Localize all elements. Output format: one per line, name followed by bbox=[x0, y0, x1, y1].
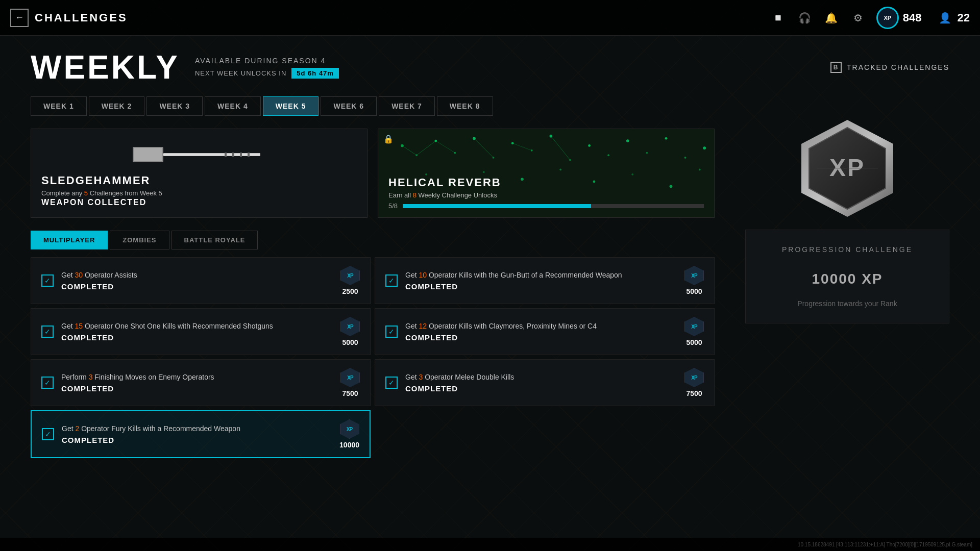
challenge-xp: XP 10000 bbox=[339, 419, 359, 449]
progress-row: 5/8 bbox=[388, 202, 704, 210]
tracked-label: TRACKED CHALLENGES bbox=[847, 63, 949, 71]
tracked-challenges-button[interactable]: B TRACKED CHALLENGES bbox=[830, 62, 949, 73]
xp-badge: XP 848 bbox=[876, 7, 922, 29]
tab-week2[interactable]: WEEK 2 bbox=[89, 96, 145, 116]
tab-week3[interactable]: WEEK 3 bbox=[146, 96, 203, 116]
tab-zombies[interactable]: ZOMBIES bbox=[110, 231, 169, 249]
svg-line-27 bbox=[436, 141, 455, 153]
progression-panel: PROGRESSION CHALLENGE 10000 XP Progressi… bbox=[745, 230, 949, 323]
weapon-card: SLEDGEHAMMER Complete any 5 Challenges f… bbox=[31, 129, 368, 218]
challenge-info: Get 30 Operator Assists COMPLETED bbox=[61, 270, 333, 290]
challenge-info: Get 2 Operator Fury Kills with a Recomme… bbox=[62, 424, 332, 444]
svg-text:XP: XP bbox=[829, 154, 865, 181]
level-num: 22 bbox=[958, 11, 970, 24]
challenge-task: Get 10 Operator Kills with the Gun-Butt … bbox=[405, 270, 677, 280]
topbar-right: ◽ 🎧 🔔 ⚙ XP 848 👤 22 bbox=[770, 7, 970, 29]
challenge-task: Perform 3 Finishing Moves on Enemy Opera… bbox=[61, 372, 333, 382]
challenge-task: Get 12 Operator Kills with Claymores, Pr… bbox=[405, 321, 677, 331]
challenge-check-icon: ✓ bbox=[41, 274, 54, 287]
svg-line-26 bbox=[416, 141, 436, 155]
progression-desc: Progression towards your Rank bbox=[761, 299, 934, 308]
xp-count: 848 bbox=[903, 11, 922, 24]
svg-point-39 bbox=[699, 169, 701, 171]
tab-week6[interactable]: WEEK 6 bbox=[321, 96, 377, 116]
challenge-xp: XP 7500 bbox=[684, 368, 704, 397]
svg-point-37 bbox=[631, 173, 633, 176]
settings-icon[interactable]: ⚙ bbox=[850, 10, 866, 26]
challenge-status: COMPLETED bbox=[61, 333, 333, 342]
back-arrow-icon: ← bbox=[10, 9, 29, 27]
headset-icon[interactable]: 🎧 bbox=[797, 10, 813, 26]
status-bar: 10.15.18628491 [43:113:11231:+11:A] Tho[… bbox=[0, 538, 980, 551]
challenge-check-icon: ✓ bbox=[41, 325, 54, 338]
progress-fill bbox=[403, 204, 591, 208]
tab-week4[interactable]: WEEK 4 bbox=[205, 96, 261, 116]
available-text: AVAILABLE DURING SEASON 4 bbox=[195, 57, 339, 65]
challenge-check-icon: ✓ bbox=[385, 377, 398, 389]
hex-svg: XP bbox=[796, 117, 898, 219]
xp-icon: XP bbox=[340, 317, 360, 336]
svg-line-25 bbox=[402, 145, 416, 155]
challenge-info: Perform 3 Finishing Moves on Enemy Opera… bbox=[61, 372, 333, 392]
challenge-info: Get 10 Operator Kills with the Gun-Butt … bbox=[405, 270, 677, 290]
svg-rect-3 bbox=[163, 154, 260, 156]
tab-battle-royale[interactable]: BATTLE ROYALE bbox=[172, 231, 258, 249]
challenge-check-icon: ✓ bbox=[41, 377, 54, 389]
bell-icon[interactable]: 🔔 bbox=[823, 10, 840, 26]
svg-rect-4 bbox=[225, 153, 227, 157]
season-info: AVAILABLE DURING SEASON 4 NEXT WEEK UNLO… bbox=[195, 57, 339, 79]
challenge-status: COMPLETED bbox=[62, 436, 332, 444]
next-week-label: NEXT WEEK UNLOCKS IN bbox=[195, 69, 286, 77]
svg-point-24 bbox=[703, 146, 706, 149]
hex-container: XP bbox=[796, 117, 898, 219]
tab-week7[interactable]: WEEK 7 bbox=[379, 96, 435, 116]
challenge-status: COMPLETED bbox=[61, 282, 333, 291]
xp-amount: 5000 bbox=[686, 287, 702, 295]
svg-point-14 bbox=[511, 142, 514, 144]
xp-amount: 10000 bbox=[339, 441, 359, 449]
next-week-row: NEXT WEEK UNLOCKS IN 5d 6h 47m bbox=[195, 68, 339, 79]
xp-circle: XP bbox=[876, 7, 899, 29]
helical-name: HELICAL REVERB bbox=[388, 176, 704, 189]
xp-icon: XP bbox=[340, 419, 359, 439]
right-panel: XP PROGRESSION CHALLENGE 10000 XP Progre… bbox=[745, 117, 949, 323]
xp-icon: XP bbox=[340, 266, 360, 285]
tracked-key: B bbox=[830, 62, 842, 73]
challenge-task: Get 3 Operator Melee Double Kills bbox=[405, 372, 677, 382]
challenge-item: ✓ Get 12 Operator Kills with Claymores, … bbox=[375, 308, 715, 355]
challenge-item-highlighted: ✓ Get 2 Operator Fury Kills with a Recom… bbox=[31, 410, 371, 458]
challenge-check-icon: ✓ bbox=[42, 428, 54, 440]
xp-icon: XP bbox=[684, 317, 704, 336]
challenge-item: ✓ Get 30 Operator Assists COMPLETED XP 2… bbox=[31, 257, 371, 304]
sledgehammer-svg bbox=[133, 142, 265, 167]
tab-week8[interactable]: WEEK 8 bbox=[437, 96, 493, 116]
svg-point-21 bbox=[646, 152, 648, 154]
svg-point-22 bbox=[665, 137, 668, 140]
tab-week1[interactable]: WEEK 1 bbox=[31, 96, 87, 116]
xp-amount: 5000 bbox=[686, 338, 702, 346]
cards-row: SLEDGEHAMMER Complete any 5 Challenges f… bbox=[31, 129, 715, 218]
challenge-info: Get 12 Operator Kills with Claymores, Pr… bbox=[405, 321, 677, 341]
mode-tabs: MULTIPLAYER ZOMBIES BATTLE ROYALE bbox=[31, 231, 715, 249]
svg-point-23 bbox=[684, 157, 687, 159]
svg-point-33 bbox=[483, 171, 485, 173]
xp-icon: XP bbox=[684, 266, 704, 285]
tab-multiplayer[interactable]: MULTIPLAYER bbox=[31, 231, 108, 249]
level-badge: 👤 22 bbox=[937, 10, 970, 26]
back-button[interactable]: ← CHALLENGES bbox=[10, 9, 128, 27]
xp-icon: XP bbox=[340, 368, 360, 387]
progression-xp: 10000 XP bbox=[761, 261, 934, 289]
challenge-item: ✓ Get 3 Operator Melee Double Kills COMP… bbox=[375, 359, 715, 406]
xp-icon: XP bbox=[684, 368, 704, 387]
challenges-grid: ✓ Get 30 Operator Assists COMPLETED XP 2… bbox=[31, 257, 715, 458]
tab-week5[interactable]: WEEK 5 bbox=[263, 96, 319, 116]
player-icon: 👤 bbox=[937, 10, 953, 26]
challenge-xp: XP 5000 bbox=[684, 266, 704, 295]
grid-icon[interactable]: ◽ bbox=[770, 10, 787, 26]
svg-rect-7 bbox=[248, 153, 250, 157]
challenge-status: COMPLETED bbox=[405, 333, 677, 342]
weekly-title: WEEKLY bbox=[31, 51, 180, 84]
challenge-status: COMPLETED bbox=[405, 282, 677, 291]
challenge-item: ✓ Perform 3 Finishing Moves on Enemy Ope… bbox=[31, 359, 371, 406]
status-info: 10.15.18628491 [43:113:11231:+11:A] Tho[… bbox=[798, 542, 972, 547]
